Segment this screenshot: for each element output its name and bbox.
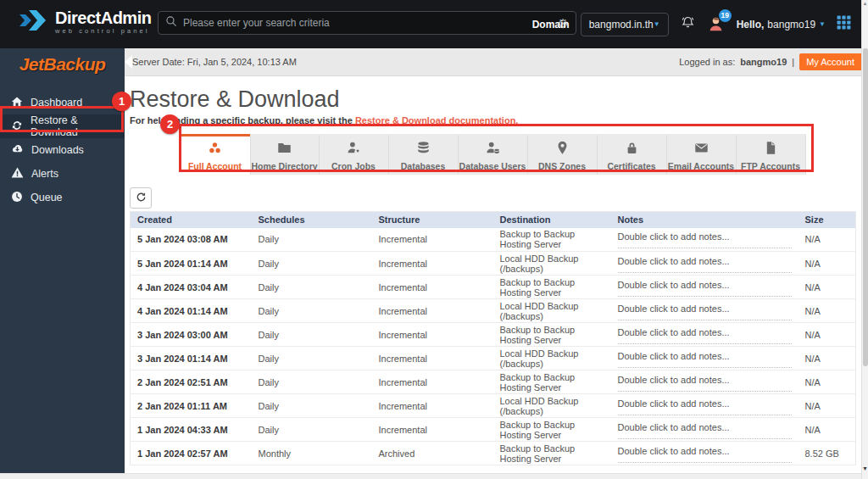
tab-cron-jobs[interactable]: Cron Jobs — [320, 134, 389, 175]
cell-created: 1 Jan 2024 02:57 AM — [131, 442, 252, 465]
notes-placeholder[interactable]: Double click to add notes... — [618, 444, 792, 463]
tab-ftp-accounts[interactable]: FTP Accounts — [737, 134, 806, 175]
database-icon — [416, 141, 431, 159]
sidebar-item-alerts[interactable]: Alerts — [0, 162, 125, 186]
tab-certificates[interactable]: Certificates — [598, 134, 667, 175]
cell-notes[interactable]: Double click to add notes... — [611, 228, 798, 252]
cell-schedules: Daily — [252, 347, 372, 370]
user-avatar[interactable]: 19 — [707, 15, 726, 34]
status-bar: Server Date: Fri, Jan 5, 2024, 10:13 AM … — [125, 48, 861, 76]
server-date: Server Date: Fri, Jan 5, 2024, 10:13 AM — [132, 57, 297, 67]
notes-placeholder[interactable]: Double click to add notes... — [618, 326, 792, 344]
clock-icon — [11, 191, 23, 205]
cell-size: N/A — [798, 299, 856, 323]
table-row[interactable]: 5 Jan 2024 03:08 AMDailyIncrementalBacku… — [131, 228, 856, 252]
cell-size: N/A — [798, 418, 856, 442]
table-row[interactable]: 2 Jan 2024 01:11 AMDailyIncrementalLocal… — [131, 394, 856, 418]
global-search[interactable]: ⚙ — [158, 11, 576, 35]
refresh-button[interactable] — [130, 187, 152, 209]
cell-notes[interactable]: Double click to add notes... — [611, 252, 798, 276]
table-row[interactable]: 5 Jan 2024 01:14 AMDailyIncrementalLocal… — [131, 252, 856, 276]
cell-notes[interactable]: Double click to add notes... — [611, 394, 798, 418]
cell-created: 1 Jan 2024 04:33 AM — [131, 418, 252, 442]
notes-placeholder[interactable]: Double click to add notes... — [618, 421, 792, 439]
column-header-schedules[interactable]: Schedules — [252, 212, 372, 228]
cell-notes[interactable]: Double click to add notes... — [611, 347, 798, 370]
tab-label: Databases — [401, 162, 446, 171]
table-row[interactable]: 2 Jan 2024 02:51 AMDailyIncrementalBacku… — [131, 370, 856, 394]
cell-notes[interactable]: Double click to add notes... — [611, 276, 798, 299]
cell-schedules: Daily — [252, 394, 372, 418]
table-row[interactable]: 1 Jan 2024 02:57 AMMonthlyArchivedBackup… — [131, 442, 856, 465]
cloud-download-icon — [11, 142, 24, 158]
vertical-scrollbar[interactable]: ▲ ▼ — [861, 0, 868, 479]
cell-size: 8.52 GB — [798, 442, 856, 465]
cell-notes[interactable]: Double click to add notes... — [611, 323, 798, 347]
apps-grid-icon[interactable] — [837, 15, 851, 33]
tab-dns-zones[interactable]: DNS Zones — [528, 134, 598, 175]
notifications-bell-icon[interactable] — [680, 15, 696, 34]
tab-email-accounts[interactable]: Email Accounts — [667, 134, 737, 175]
sidebar-item-restore-download[interactable]: Restore & Download — [0, 114, 125, 138]
search-input[interactable] — [183, 17, 558, 29]
scrollbar-thumb[interactable] — [863, 48, 868, 366]
sidebar-item-queue[interactable]: Queue — [0, 186, 125, 209]
notes-placeholder[interactable]: Double click to add notes... — [618, 349, 792, 368]
notes-placeholder[interactable]: Double click to add notes... — [618, 230, 792, 248]
notes-placeholder[interactable]: Double click to add notes... — [618, 397, 792, 415]
notes-placeholder[interactable]: Double click to add notes... — [618, 278, 792, 297]
column-header-size[interactable]: Size — [798, 212, 856, 228]
tab-label: Cron Jobs — [331, 162, 376, 171]
notes-placeholder[interactable]: Double click to add notes... — [618, 302, 792, 320]
user-menu[interactable]: Hello, bangmo19 ▼ — [737, 19, 826, 31]
scroll-down-arrow-icon[interactable]: ▼ — [862, 465, 868, 471]
tab-full-account[interactable]: Full Account — [181, 134, 250, 175]
cell-size: N/A — [798, 252, 856, 276]
domain-value: bangmod.in.th — [589, 19, 654, 31]
brand-tagline: web control panel — [55, 27, 151, 35]
documentation-link[interactable]: Restore & Download documentation. — [355, 115, 519, 125]
table-row[interactable]: 1 Jan 2024 04:33 AMDailyIncrementalBacku… — [131, 418, 856, 442]
table-row[interactable]: 3 Jan 2024 03:00 AMDailyIncrementalBacku… — [131, 323, 856, 347]
cell-notes[interactable]: Double click to add notes... — [611, 370, 798, 394]
notes-placeholder[interactable]: Double click to add notes... — [618, 373, 792, 392]
tab-home-directory[interactable]: Home Directory — [250, 134, 320, 175]
cell-notes[interactable]: Double click to add notes... — [611, 442, 798, 465]
tab-label: FTP Accounts — [741, 162, 800, 171]
column-header-structure[interactable]: Structure — [372, 212, 493, 228]
domain-dropdown[interactable]: bangmod.in.th ▼ — [581, 13, 669, 36]
cell-notes[interactable]: Double click to add notes... — [611, 418, 798, 442]
cell-created: 4 Jan 2024 01:14 AM — [131, 299, 252, 323]
notes-placeholder[interactable]: Double click to add notes... — [618, 254, 792, 273]
backups-table: Created Schedules Structure Destination … — [130, 211, 856, 465]
tab-database-users[interactable]: Database Users — [459, 134, 528, 175]
cell-size: N/A — [798, 394, 856, 418]
cell-destination: Local HDD Backup (/backups) — [493, 299, 611, 323]
cell-notes[interactable]: Double click to add notes... — [611, 299, 798, 323]
sidebar-item-dashboard[interactable]: Dashboard — [0, 91, 125, 114]
cell-destination: Backup to Backup Hosting Server — [493, 228, 611, 252]
cell-schedules: Daily — [252, 299, 372, 323]
tab-databases[interactable]: Databases — [389, 134, 459, 175]
tab-label: Email Accounts — [668, 162, 734, 171]
cell-destination: Local HDD Backup (/backups) — [493, 394, 611, 418]
table-row[interactable]: 4 Jan 2024 01:14 AMDailyIncrementalLocal… — [131, 299, 856, 323]
tab-label: Database Users — [459, 162, 526, 171]
database-user-icon — [486, 141, 500, 159]
cell-destination: Local HDD Backup (/backups) — [493, 252, 611, 276]
sidebar-item-downloads[interactable]: Downloads — [0, 138, 125, 162]
table-row[interactable]: 3 Jan 2024 01:14 AMDailyIncrementalLocal… — [131, 347, 856, 370]
my-account-button[interactable]: My Account — [799, 53, 861, 70]
horizontal-scrollbar[interactable] — [0, 473, 861, 479]
alert-triangle-icon — [11, 166, 24, 181]
sidebar-collapse-arrow-icon[interactable] — [125, 55, 132, 69]
column-header-destination[interactable]: Destination — [493, 212, 611, 228]
column-header-created[interactable]: Created — [131, 212, 252, 228]
cell-structure: Incremental — [372, 347, 493, 370]
tab-label: Certificates — [607, 162, 655, 171]
scroll-up-arrow-icon[interactable]: ▲ — [862, 1, 868, 6]
table-row[interactable]: 4 Jan 2024 03:04 AMDailyIncrementalBacku… — [131, 276, 856, 299]
column-header-notes[interactable]: Notes — [611, 212, 798, 228]
cell-structure: Incremental — [372, 323, 493, 347]
greeting-prefix: Hello, — [737, 19, 765, 31]
